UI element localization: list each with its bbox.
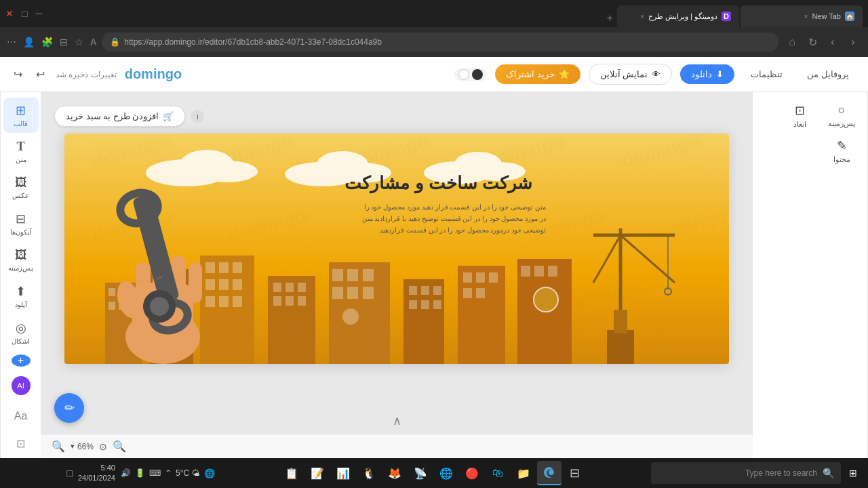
refresh-button[interactable]: ↻ <box>804 34 821 50</box>
taskbar-file-explorer[interactable]: 📁 <box>511 461 536 485</box>
sidebar-add-button[interactable]: + <box>12 354 31 367</box>
date-value: 24/01/2024 <box>78 473 115 483</box>
new-tab-button[interactable]: + <box>604 9 616 27</box>
address-text: https://app.domingo.ir/editor/67db1cb8-a… <box>124 37 382 47</box>
browser-tab-home[interactable]: 🏠 New Tab × <box>741 5 863 27</box>
address-input[interactable]: 🔒 https://app.domingo.ir/editor/67db1cb8… <box>102 33 778 52</box>
buy-subscription-button[interactable]: ⭐ خرید اشتراک <box>495 64 580 84</box>
add-to-cart-label: افزودن طرح به سبد خرید <box>66 111 159 121</box>
redo-button[interactable]: ↪ <box>11 65 25 83</box>
settings-button[interactable]: تنظیمات <box>743 64 791 84</box>
home-button[interactable]: ⌂ <box>784 34 800 50</box>
sidebar-item-shapes[interactable]: ◎ اشکال <box>3 315 39 350</box>
sidebar-item-text[interactable]: T متن <box>3 134 39 169</box>
svg-rect-74 <box>607 330 634 364</box>
browser-tabs: 🏠 New Tab × D دومینگو | ویرایش طرح × + <box>45 0 863 27</box>
svg-rect-40 <box>285 296 294 306</box>
scroll-indicator[interactable]: ∧ <box>393 413 401 428</box>
back-button[interactable]: ‹ <box>845 34 861 50</box>
svg-rect-81 <box>189 262 202 303</box>
profile-icon[interactable]: 👤 <box>23 37 35 47</box>
minimize-button[interactable]: ─ <box>35 8 42 19</box>
network-icon[interactable]: 🌐 <box>204 468 215 479</box>
float-edit-button[interactable]: ✏ <box>54 393 84 423</box>
taskbar-search[interactable]: 🔍 Type here to search <box>651 462 841 484</box>
ai-magic-button[interactable]: Aa <box>3 405 39 428</box>
open-external-button[interactable]: ⊡ <box>3 432 39 455</box>
svg-rect-64 <box>521 266 530 277</box>
zoom-level: ▾ 66% <box>71 442 94 451</box>
close-button[interactable]: ✕ <box>5 8 14 19</box>
notification-icon[interactable]: □ <box>66 468 72 479</box>
taskbar-app2[interactable]: 🐧 <box>357 461 381 485</box>
battery-icon[interactable]: 🔋 <box>135 468 145 478</box>
icons-label: آیکون‌ها <box>10 228 32 236</box>
start-button[interactable]: ⊞ <box>844 465 863 481</box>
collections-icon[interactable]: ⊟ <box>60 37 68 47</box>
image-icon: 🖼 <box>15 176 27 190</box>
svg-rect-54 <box>409 300 417 309</box>
light-circle <box>458 69 469 80</box>
taskbar-firefox[interactable]: 🦊 <box>382 461 407 485</box>
browser-window-controls: ─ □ ✕ <box>5 8 42 19</box>
forward-button[interactable]: › <box>825 34 841 50</box>
taskbar-sys-icons: 🌐 🌤 5°C ⌃ ⌨ 🔋 🔊 <box>121 468 215 479</box>
online-preview-button[interactable]: 👁 نمایش آنلاین <box>589 64 673 85</box>
svg-rect-37 <box>285 283 294 292</box>
svg-rect-58 <box>463 272 472 283</box>
dimensions-tool[interactable]: ⊡ ابعاد <box>779 99 820 133</box>
taskbar-edge[interactable] <box>537 461 561 485</box>
taskbar-word[interactable]: 📝 <box>305 461 330 485</box>
zoom-out-button[interactable]: 🔍 <box>52 440 65 453</box>
sidebar-item-background[interactable]: 🖼 پس‌زمینه <box>3 243 39 277</box>
translate-icon[interactable]: A <box>90 37 96 47</box>
download-button[interactable]: ⬇ دانلود <box>680 64 734 84</box>
extensions-icon[interactable]: 🧩 <box>41 37 53 47</box>
dimensions-label: ابعاد <box>793 120 806 129</box>
editor-tab-close[interactable]: × <box>640 13 644 20</box>
taskbar-app1[interactable]: 🔴 <box>460 461 484 485</box>
more-icon[interactable]: ⋯ <box>7 37 16 47</box>
taskbar-excel[interactable]: 📊 <box>331 461 355 485</box>
svg-rect-66 <box>548 266 557 277</box>
home-tab-close[interactable]: × <box>804 13 808 20</box>
keyboard-icon[interactable]: ⌨ <box>149 468 161 478</box>
sidebar-item-icons[interactable]: ⊟ آیکون‌ها <box>3 206 39 241</box>
star-icon[interactable]: ☆ <box>75 37 83 47</box>
taskbar-store[interactable]: 🛍 <box>486 461 510 485</box>
svg-rect-48 <box>363 287 374 299</box>
maximize-button[interactable]: □ <box>22 8 27 19</box>
taskbar-clock[interactable]: 5:40 24/01/2024 <box>78 463 115 484</box>
dark-mode-toggle[interactable] <box>454 68 487 81</box>
volume-icon[interactable]: 🔊 <box>121 468 131 478</box>
taskbar-right: 🌐 🌤 5°C ⌃ ⌨ 🔋 🔊 5:40 24/01/2024 □ <box>66 463 215 484</box>
ai-translate-button[interactable]: AI <box>3 371 39 401</box>
taskbar-telegram[interactable]: 📡 <box>408 461 433 485</box>
background-icon: ○ <box>838 103 846 117</box>
sidebar-item-image[interactable]: 🖼 عکس <box>3 170 39 205</box>
content-tool[interactable]: ✎ محتوا <box>821 134 862 168</box>
address-bar-icons: A ☆ ⊟ 🧩 👤 ⋯ <box>7 37 96 47</box>
zoom-in-button[interactable]: 🔍 <box>113 440 126 453</box>
svg-rect-44 <box>347 269 358 281</box>
svg-rect-46 <box>332 287 343 299</box>
taskbar-task-view[interactable]: ⊟ <box>563 461 587 485</box>
browser-tab-editor[interactable]: D دومینگو | ویرایش طرح × <box>617 5 739 27</box>
taskbar-parton[interactable]: 📋 <box>279 461 304 485</box>
sidebar-item-template[interactable]: ⊞ قالب <box>3 98 39 133</box>
add-to-cart-button[interactable]: 🛒 افزودن طرح به سبد خرید <box>54 106 185 127</box>
sidebar-item-upload[interactable]: ⬆ آپلود <box>3 279 39 314</box>
svg-point-49 <box>342 308 359 325</box>
taskbar-chrome[interactable]: 🌐 <box>434 461 458 485</box>
eye-icon: 👁 <box>652 69 660 79</box>
profile-button[interactable]: پروفایل من <box>799 64 857 84</box>
undo-button[interactable]: ↩ <box>33 65 47 83</box>
zoom-reset-button[interactable]: ⊙ <box>99 441 107 452</box>
cart-icon: 🛒 <box>163 111 174 121</box>
weather-icon: 🌤 <box>192 468 200 478</box>
chevron-up-icon[interactable]: ⌃ <box>165 468 172 478</box>
dimensions-icon: ⊡ <box>795 103 805 118</box>
background-tool[interactable]: ○ پس‌زمینه <box>821 99 862 133</box>
app-header: پروفایل من تنظیمات ⬇ دانلود 👁 نمایش آنلا… <box>0 57 868 92</box>
info-icon[interactable]: i <box>191 110 204 123</box>
